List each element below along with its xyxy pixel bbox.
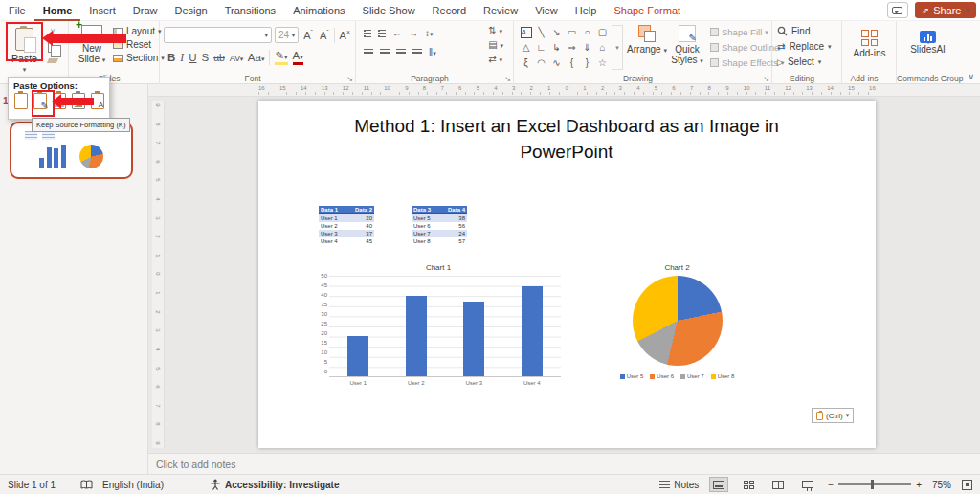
elbow-arrow-icon[interactable]: ↳	[549, 40, 564, 55]
scribble-icon[interactable]: ξ	[519, 56, 533, 70]
excel-table-1[interactable]: Data 1Data 2User 120User 240User 337User…	[319, 206, 374, 245]
right-brace-icon[interactable]: }	[580, 56, 594, 70]
notes-pane[interactable]: Click to add notes	[148, 453, 980, 474]
menu-tab-slide-show[interactable]: Slide Show	[354, 0, 424, 21]
font-name-combobox[interactable]: ▾	[164, 27, 272, 43]
use-destination-theme-icon[interactable]	[14, 93, 28, 109]
menu-tab-shape-format[interactable]: Shape Format	[605, 0, 689, 21]
menu-tab-record[interactable]: Record	[424, 0, 475, 21]
columns-icon[interactable]: ‖▾	[429, 47, 436, 57]
menu-tab-home[interactable]: Home	[34, 0, 81, 21]
spelling-book-icon[interactable]	[80, 480, 93, 490]
menu-tab-design[interactable]: Design	[166, 0, 215, 21]
increase-indent-icon[interactable]: →	[409, 28, 418, 38]
slide-canvas[interactable]: Method 1: Insert an Excel Dashboard as a…	[258, 101, 876, 448]
numbering-icon[interactable]	[378, 30, 386, 37]
notes-toggle-button[interactable]: Notes	[659, 480, 699, 490]
slidesai-button[interactable]: SlidesAI	[901, 31, 955, 55]
menu-tab-help[interactable]: Help	[567, 0, 606, 21]
menu-tab-transitions[interactable]: Transitions	[216, 0, 284, 21]
slide-title[interactable]: Method 1: Insert an Excel Dashboard as a…	[337, 114, 796, 165]
underline-button[interactable]: U	[189, 52, 196, 63]
curve-icon[interactable]: ∿	[549, 56, 564, 70]
share-button[interactable]: ⇗ Share ▾	[915, 2, 976, 18]
slide-sorter-view-button[interactable]	[739, 477, 758, 492]
normal-view-button[interactable]	[709, 477, 728, 492]
star-icon[interactable]: ☆	[595, 56, 610, 70]
elbow-connector-icon[interactable]: ∟	[534, 40, 548, 55]
align-right-icon[interactable]	[396, 49, 406, 56]
text-highlight-button[interactable]: ✎▾	[275, 51, 287, 65]
shape-gallery-more-button[interactable]: ▾	[612, 25, 623, 70]
bar-chart[interactable]: Chart 1 50454035302520151050 User 1User …	[316, 263, 561, 386]
decrease-indent-icon[interactable]: ←	[392, 28, 402, 38]
chevron-down-icon: ▾	[499, 56, 502, 63]
comments-button[interactable]	[887, 2, 908, 18]
section-button[interactable]: Section▾	[113, 53, 165, 63]
mini-tables	[25, 131, 55, 140]
fit-to-window-icon[interactable]	[962, 480, 972, 490]
excel-table-2[interactable]: Data 3Data 4User 538User 656User 724User…	[412, 206, 467, 245]
replace-button[interactable]: ⇄Replace▾	[777, 41, 832, 52]
align-text-icon[interactable]: ▤ ▾	[488, 39, 503, 50]
pie-chart[interactable]: Chart 2 User 5User 6User 7User 8	[603, 263, 751, 379]
line-arrow-icon[interactable]: ↘	[549, 25, 564, 39]
find-button[interactable]: Find	[777, 26, 832, 36]
collapse-ribbon-icon[interactable]: ∨	[968, 72, 974, 81]
dialog-launcher-icon[interactable]: ↘	[346, 75, 353, 83]
arrange-button[interactable]: Arrange ▾	[627, 25, 667, 55]
bold-button[interactable]: B	[167, 52, 175, 63]
text-direction-icon[interactable]: ⇅ ▾	[488, 25, 502, 35]
justify-icon[interactable]	[412, 49, 422, 56]
select-button[interactable]: ▷Select▾	[777, 56, 832, 67]
menu-tab-file[interactable]: File	[0, 0, 34, 21]
dialog-launcher-icon[interactable]: ↘	[504, 75, 511, 83]
slideshow-button[interactable]	[798, 477, 817, 492]
paste-options-floating-button[interactable]: (Ctrl) ▾	[812, 408, 854, 423]
triangle-icon[interactable]: △	[519, 40, 533, 55]
oval-icon[interactable]: ○	[580, 25, 594, 39]
text-box-icon[interactable]: A	[519, 25, 533, 39]
arc-icon[interactable]: ◠	[534, 56, 548, 70]
right-arrow-icon[interactable]: ⇒	[565, 40, 579, 55]
shape-gallery[interactable]: A ╲ ↘ ▭ ○ ▢ △ ∟ ↳ ⇒ ⇓ ⌂ ξ ◠ ∿ { } ☆	[519, 25, 610, 70]
align-center-icon[interactable]	[380, 49, 390, 56]
clear-formatting-button[interactable]: A×	[338, 29, 352, 41]
zoom-out-button[interactable]: −	[828, 480, 834, 490]
menu-tab-insert[interactable]: Insert	[80, 0, 124, 21]
zoom-in-button[interactable]: +	[916, 480, 922, 490]
strikethrough-button[interactable]: ab	[213, 52, 225, 63]
menu-tab-view[interactable]: View	[526, 0, 567, 21]
pentagon-icon[interactable]: ⌂	[595, 40, 610, 55]
font-size-combobox[interactable]: 24▾	[275, 27, 299, 43]
bullets-icon[interactable]	[364, 30, 371, 37]
smartart-convert-icon[interactable]: ⇄ ▾	[488, 54, 502, 64]
change-case-button[interactable]: Aa▾	[248, 52, 265, 63]
italic-button[interactable]: I	[180, 52, 184, 63]
reading-view-button[interactable]	[768, 477, 788, 492]
line-icon[interactable]: ╲	[534, 25, 548, 39]
addins-button[interactable]: Add-ins	[846, 30, 893, 58]
left-brace-icon[interactable]: {	[565, 56, 579, 70]
zoom-slider-thumb[interactable]	[871, 480, 874, 489]
menu-tab-review[interactable]: Review	[475, 0, 526, 21]
grow-font-button[interactable]: Aˆ	[301, 29, 315, 41]
menu-tab-draw[interactable]: Draw	[124, 0, 167, 21]
align-left-icon[interactable]	[364, 49, 373, 56]
shrink-font-button[interactable]: Aˇ	[318, 29, 331, 41]
format-painter-icon[interactable]	[47, 58, 58, 63]
rectangle-icon[interactable]: ▭	[565, 25, 579, 39]
dialog-launcher-icon[interactable]: ↘	[763, 75, 769, 83]
rounded-rectangle-icon[interactable]: ▢	[595, 25, 610, 39]
language-indicator[interactable]: English (India)	[102, 480, 164, 490]
line-spacing-icon[interactable]: ↕▾	[425, 28, 434, 38]
text-shadow-button[interactable]: S	[201, 52, 209, 63]
zoom-level[interactable]: 75%	[932, 480, 951, 490]
font-color-button[interactable]: A▾	[293, 51, 303, 65]
character-spacing-button[interactable]: AV▾	[230, 53, 243, 63]
menu-tab-animations[interactable]: Animations	[284, 0, 353, 21]
down-arrow-icon[interactable]: ⇓	[580, 40, 594, 55]
zoom-slider[interactable]	[838, 483, 911, 485]
quick-styles-button[interactable]: Quick Styles ▾	[667, 25, 707, 65]
accessibility-status[interactable]: Accessibility: Investigate	[210, 479, 340, 490]
